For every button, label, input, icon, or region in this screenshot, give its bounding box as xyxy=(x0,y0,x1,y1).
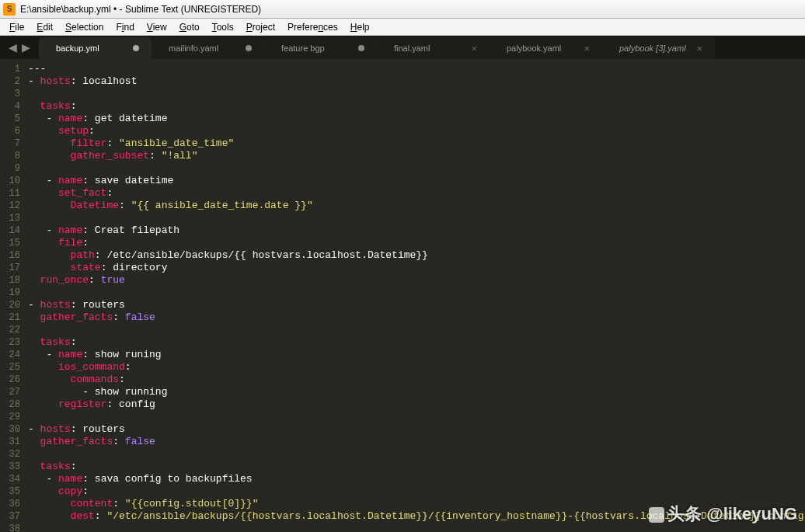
line-number: 31 xyxy=(5,436,20,448)
code-line[interactable]: tasks: xyxy=(28,336,805,349)
menu-preferences[interactable]: Preferences xyxy=(281,20,344,34)
code-line[interactable]: - hosts: routers xyxy=(28,299,805,311)
code-line[interactable]: gather_subset: "!all" xyxy=(28,150,805,162)
close-tab-icon[interactable]: × xyxy=(584,43,590,54)
code-line[interactable]: - name: sava config to backupfiles xyxy=(28,473,805,485)
code-line[interactable]: - name: Creat filepath xyxy=(28,224,805,237)
code-line[interactable]: - name: show runing xyxy=(28,349,805,361)
code-area[interactable]: ---- hosts: localhost tasks: - name: get… xyxy=(28,59,805,532)
tab-nav-back-icon[interactable]: ◀ xyxy=(6,41,19,54)
tab-history-nav: ◀ ▶ xyxy=(0,36,39,59)
tab-bar: ◀ ▶ backup.ymlmailinfo.yamlfeature bgpfi… xyxy=(0,36,805,59)
tab-label: palybook [3].yaml xyxy=(619,43,687,53)
code-line[interactable]: - name: save datetime xyxy=(28,175,805,187)
code-line[interactable]: - hosts: routers xyxy=(28,423,805,436)
code-line[interactable]: register: config xyxy=(28,398,805,411)
code-line[interactable] xyxy=(28,88,805,100)
code-line[interactable] xyxy=(28,287,805,299)
line-number: 5 xyxy=(5,113,20,125)
menu-goto[interactable]: Goto xyxy=(173,20,206,34)
line-number-gutter: 1234567891011121314151617181920212223242… xyxy=(0,59,28,532)
tab-mailinfo-yaml[interactable]: mailinfo.yaml xyxy=(152,37,264,59)
dirty-indicator-icon xyxy=(358,45,364,51)
code-line[interactable]: Datetime: "{{ ansible_date_time.date }}" xyxy=(28,200,805,212)
tab-label: final.yaml xyxy=(394,43,462,53)
code-line[interactable]: set_fact: xyxy=(28,187,805,200)
line-number: 11 xyxy=(5,187,20,200)
close-tab-icon[interactable]: × xyxy=(696,43,702,54)
line-number: 3 xyxy=(5,88,20,100)
menu-selection[interactable]: Selection xyxy=(59,20,110,34)
title-bar: S E:\ansible\backup.yml • - Sublime Text… xyxy=(0,0,805,19)
code-line[interactable]: - hosts: localhost xyxy=(28,75,805,88)
line-number: 18 xyxy=(5,274,20,287)
code-line[interactable]: - show running xyxy=(28,386,805,398)
line-number: 17 xyxy=(5,262,20,274)
line-number: 7 xyxy=(5,137,20,150)
code-line[interactable]: gather_facts: false xyxy=(28,311,805,324)
line-number: 35 xyxy=(5,485,20,498)
code-line[interactable]: filter: "ansible_date_time" xyxy=(28,137,805,150)
line-number: 1 xyxy=(5,63,20,75)
tab-palybook-yaml[interactable]: palybook.yaml× xyxy=(490,37,602,59)
code-line[interactable] xyxy=(28,411,805,423)
line-number: 20 xyxy=(5,299,20,311)
tab-label: backup.yml xyxy=(56,43,124,53)
editor[interactable]: 1234567891011121314151617181920212223242… xyxy=(0,59,805,532)
tab-label: mailinfo.yaml xyxy=(169,43,236,53)
dirty-indicator-icon xyxy=(246,45,252,51)
line-number: 19 xyxy=(5,287,20,299)
code-line[interactable]: dest: "/etc/ansible/backups/{{hostvars.l… xyxy=(28,510,805,523)
code-line[interactable]: tasks: xyxy=(28,461,805,473)
tab-backup-yml[interactable]: backup.yml xyxy=(39,37,152,59)
menu-tools[interactable]: Tools xyxy=(206,20,240,34)
app-icon: S xyxy=(3,3,16,16)
code-line[interactable]: commands: xyxy=(28,374,805,386)
code-line[interactable]: file: xyxy=(28,237,805,249)
line-number: 2 xyxy=(5,75,20,88)
code-line[interactable] xyxy=(28,162,805,175)
line-number: 21 xyxy=(5,311,20,324)
line-number: 4 xyxy=(5,100,20,113)
line-number: 27 xyxy=(5,386,20,398)
tab-feature-bgp[interactable]: feature bgp xyxy=(264,37,377,59)
code-line[interactable]: run_once: true xyxy=(28,274,805,287)
line-number: 16 xyxy=(5,249,20,262)
line-number: 32 xyxy=(5,448,20,461)
tab-final-yaml[interactable]: final.yaml× xyxy=(377,37,490,59)
code-line[interactable]: copy: xyxy=(28,485,805,498)
line-number: 38 xyxy=(5,523,20,532)
tab-palybook-3-yaml[interactable]: palybook [3].yaml× xyxy=(602,37,715,59)
code-line[interactable] xyxy=(28,448,805,461)
code-line[interactable]: tasks: xyxy=(28,100,805,113)
code-line[interactable]: - name: get datetime xyxy=(28,113,805,125)
line-number: 37 xyxy=(5,510,20,523)
line-number: 26 xyxy=(5,374,20,386)
code-line[interactable]: content: "{{config.stdout[0]}}" xyxy=(28,498,805,510)
code-line[interactable]: path: /etc/ansible/backups/{{ hostvars.l… xyxy=(28,249,805,262)
code-line[interactable]: setup: xyxy=(28,125,805,137)
code-line[interactable] xyxy=(28,212,805,224)
line-number: 30 xyxy=(5,423,20,436)
line-number: 25 xyxy=(5,361,20,374)
menu-find[interactable]: Find xyxy=(110,20,140,34)
menu-view[interactable]: View xyxy=(141,20,173,34)
close-tab-icon[interactable]: × xyxy=(471,43,477,54)
code-line[interactable]: state: directory xyxy=(28,262,805,274)
menu-file[interactable]: File xyxy=(3,20,30,34)
menu-help[interactable]: Help xyxy=(344,20,376,34)
code-line[interactable] xyxy=(28,523,805,532)
menu-project[interactable]: Project xyxy=(240,20,281,34)
window-title: E:\ansible\backup.yml • - Sublime Text (… xyxy=(20,4,261,15)
code-line[interactable]: gather_facts: false xyxy=(28,436,805,448)
line-number: 24 xyxy=(5,349,20,361)
line-number: 33 xyxy=(5,461,20,473)
line-number: 12 xyxy=(5,200,20,212)
code-line[interactable] xyxy=(28,324,805,336)
menu-edit[interactable]: Edit xyxy=(30,20,59,34)
code-line[interactable]: ios_command: xyxy=(28,361,805,374)
tab-nav-forward-icon[interactable]: ▶ xyxy=(19,41,33,54)
line-number: 22 xyxy=(5,324,20,336)
code-line[interactable]: --- xyxy=(28,63,805,75)
line-number: 10 xyxy=(5,175,20,187)
